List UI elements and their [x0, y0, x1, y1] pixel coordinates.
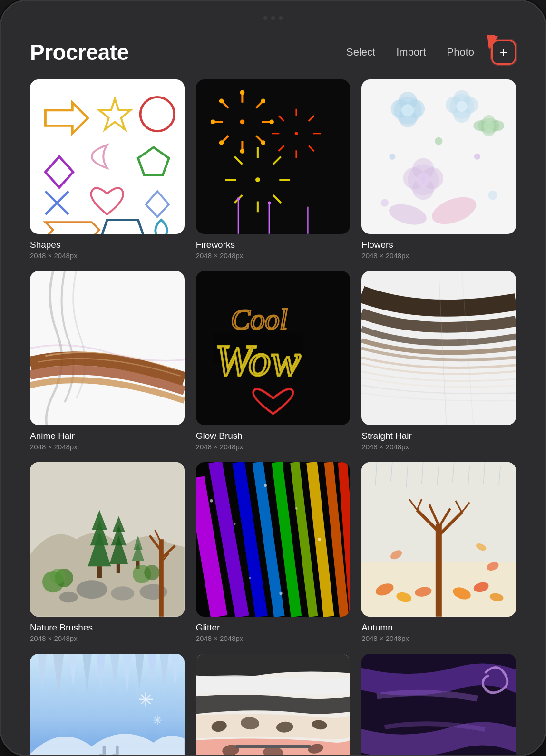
- camera-dot-2: [271, 16, 275, 20]
- svg-point-112: [279, 592, 282, 595]
- svg-marker-150: [147, 654, 156, 686]
- svg-rect-170: [99, 754, 106, 755]
- item-subtitle-flowers: 2048 × 2048px: [361, 252, 516, 260]
- svg-marker-6: [101, 220, 144, 233]
- svg-point-19: [261, 140, 265, 145]
- svg-point-110: [318, 538, 321, 541]
- svg-marker-147: [110, 654, 119, 688]
- item-title-nature-brushes: Nature Brushes: [30, 622, 185, 633]
- svg-line-37: [273, 195, 281, 203]
- item-subtitle-anime-hair: 2048 × 2048px: [30, 443, 185, 451]
- svg-point-46: [268, 201, 271, 204]
- svg-point-107: [233, 523, 235, 525]
- thumbnail-anime-hair: [30, 271, 185, 426]
- svg-point-72: [435, 137, 443, 145]
- grid-item-glow-brush[interactable]: Cool Wow Wow Glow Brush 2048 × 2048px: [196, 271, 351, 451]
- item-title-glitter: Glitter: [196, 622, 351, 633]
- grid-item-watercolor[interactable]: Watercolor 2048 × 2048px: [361, 654, 516, 755]
- grid-item-brick-animal[interactable]: Brick & Animal Print 2048 × 2048px: [196, 654, 351, 755]
- photo-button[interactable]: Photo: [443, 44, 478, 60]
- import-button[interactable]: Import: [392, 44, 429, 60]
- svg-line-28: [309, 146, 314, 151]
- device-frame: Procreate Select Import Photo +: [0, 0, 546, 756]
- svg-marker-145: [82, 654, 91, 692]
- svg-point-16: [240, 90, 244, 95]
- svg-point-63: [484, 120, 495, 131]
- thumbnail-glow-brush: Cool Wow Wow: [196, 271, 351, 426]
- svg-point-2: [140, 97, 174, 131]
- thumbnail-shapes: [30, 79, 185, 234]
- item-title-shapes: Shapes: [30, 240, 185, 250]
- svg-marker-142: [38, 654, 47, 688]
- thumbnail-autumn: [361, 462, 516, 617]
- grid-item-glitter[interactable]: Glitter 2048 × 2048px: [196, 462, 351, 642]
- svg-marker-1: [99, 99, 130, 130]
- header-actions: Select Import Photo +: [342, 40, 516, 65]
- svg-point-75: [429, 192, 480, 229]
- main-content: Procreate Select Import Photo +: [1, 35, 545, 755]
- svg-rect-171: [113, 754, 119, 755]
- add-canvas-button[interactable]: +: [491, 40, 516, 65]
- item-title-autumn: Autumn: [361, 622, 516, 633]
- svg-text:Cool: Cool: [231, 302, 288, 335]
- svg-marker-151: [160, 654, 169, 691]
- grid-item-flowers[interactable]: Flowers 2048 × 2048px: [361, 79, 516, 260]
- svg-point-83: [59, 592, 78, 603]
- item-title-flowers: Flowers: [361, 240, 516, 250]
- svg-point-81: [76, 581, 107, 599]
- svg-point-45: [237, 197, 240, 200]
- select-button[interactable]: Select: [342, 44, 379, 60]
- item-subtitle-glitter: 2048 × 2048px: [196, 634, 351, 642]
- camera-dot-3: [279, 16, 283, 20]
- grid-item-anime-hair[interactable]: Anime Hair 2048 × 2048px: [30, 271, 185, 451]
- thumbnail-flowers: [361, 79, 516, 234]
- item-title-anime-hair: Anime Hair: [30, 431, 185, 441]
- svg-point-73: [488, 191, 497, 200]
- svg-point-24: [294, 132, 297, 135]
- svg-marker-146: [97, 654, 106, 691]
- thumbnail-straight-hair: [361, 271, 516, 426]
- svg-marker-5: [146, 191, 169, 217]
- svg-line-30: [278, 146, 283, 151]
- svg-point-18: [269, 119, 274, 124]
- svg-point-111: [249, 577, 251, 579]
- camera-area: [263, 16, 283, 20]
- artworks-grid: Shapes 2048 × 2048px: [30, 79, 516, 755]
- svg-line-41: [234, 156, 242, 164]
- svg-marker-149: [135, 654, 144, 689]
- svg-point-22: [211, 119, 215, 124]
- item-subtitle-autumn: 2048 × 2048px: [361, 634, 516, 642]
- thumbnail-brick-animal: [196, 654, 351, 755]
- svg-point-20: [240, 149, 244, 154]
- device-screen: Procreate Select Import Photo +: [1, 1, 545, 755]
- grid-item-autumn[interactable]: Autumn 2048 × 2048px: [361, 462, 516, 642]
- thumbnail-fireworks: [196, 79, 351, 234]
- svg-point-103: [50, 569, 65, 584]
- svg-point-58: [457, 101, 468, 112]
- item-title-fireworks: Fireworks: [196, 240, 351, 250]
- home-indicator[interactable]: [235, 745, 311, 748]
- svg-point-82: [111, 587, 134, 601]
- svg-point-33: [255, 177, 260, 182]
- svg-text:Wow: Wow: [215, 335, 301, 385]
- svg-marker-152: [170, 654, 179, 688]
- svg-marker-4: [138, 147, 169, 175]
- svg-marker-143: [53, 654, 64, 696]
- grid-item-winter-set[interactable]: Winter Set 2048 × 2048px: [30, 654, 185, 755]
- svg-point-105: [144, 565, 159, 580]
- grid-item-shapes[interactable]: Shapes 2048 × 2048px: [30, 79, 185, 260]
- svg-point-17: [261, 99, 265, 104]
- grid-item-fireworks[interactable]: Fireworks 2048 × 2048px: [196, 79, 351, 260]
- svg-rect-92: [117, 564, 120, 573]
- svg-line-26: [309, 116, 314, 121]
- svg-line-32: [278, 116, 283, 121]
- grid-item-nature-brushes[interactable]: Nature Brushes 2048 × 2048px: [30, 462, 185, 642]
- thumbnail-nature-brushes: [30, 462, 185, 617]
- plus-icon: +: [500, 46, 507, 59]
- header: Procreate Select Import Photo +: [30, 35, 516, 65]
- svg-point-70: [390, 154, 396, 160]
- top-bar: [1, 1, 545, 35]
- grid-item-straight-hair[interactable]: Straight Hair 2048 × 2048px: [361, 271, 516, 451]
- svg-point-21: [219, 140, 224, 145]
- camera-dot-1: [263, 16, 267, 20]
